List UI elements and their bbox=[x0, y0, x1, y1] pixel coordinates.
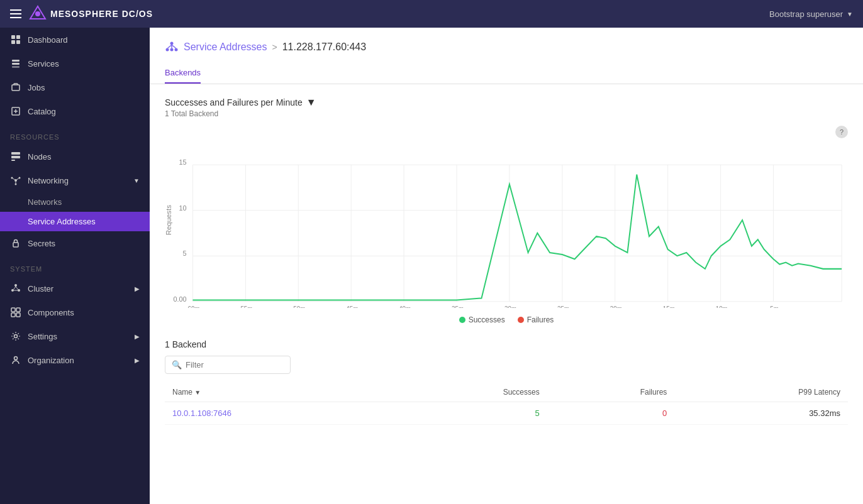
svg-point-37 bbox=[166, 48, 169, 52]
sidebar-item-jobs[interactable]: Jobs bbox=[0, 75, 150, 99]
svg-rect-15 bbox=[11, 160, 15, 161]
sidebar-item-cluster-label: Cluster bbox=[28, 284, 53, 293]
svg-line-21 bbox=[17, 178, 19, 180]
chart-svg: 0.00 5 10 15 Requests bbox=[165, 126, 848, 308]
svg-line-40 bbox=[168, 45, 172, 48]
sidebar-item-secrets[interactable]: Secrets bbox=[0, 231, 150, 255]
components-icon bbox=[10, 307, 21, 318]
organization-caret-icon: ▶ bbox=[135, 357, 140, 364]
system-section-label: System bbox=[0, 255, 150, 277]
topbar: MESOSPHERE DC/OS Bootstrap superuser ▼ bbox=[0, 0, 863, 28]
sidebar-item-secrets-label: Secrets bbox=[28, 239, 55, 248]
svg-text:-25m: -25m bbox=[555, 305, 569, 308]
service-addresses-icon bbox=[165, 39, 179, 55]
resources-section-label: Resources bbox=[0, 123, 150, 145]
sidebar: Dashboard Services Jobs Catalog Resource… bbox=[0, 28, 150, 504]
successes-dot bbox=[459, 317, 465, 323]
svg-text:-30m: -30m bbox=[503, 305, 516, 308]
chart-title: Successes and Failures per Minute bbox=[165, 97, 303, 107]
sidebar-item-dashboard[interactable]: Dashboard bbox=[0, 28, 150, 52]
col-name: Name ▼ bbox=[165, 383, 390, 402]
tab-backends[interactable]: Backends bbox=[165, 63, 201, 84]
svg-rect-23 bbox=[13, 243, 18, 247]
sidebar-item-organization[interactable]: Organization ▶ bbox=[0, 348, 150, 372]
sidebar-sub-networks[interactable]: Networks bbox=[0, 192, 150, 212]
svg-rect-5 bbox=[16, 40, 20, 44]
chart-subtitle: 1 Total Backend bbox=[165, 109, 848, 118]
organization-icon bbox=[10, 354, 21, 366]
sidebar-item-services-label: Services bbox=[28, 59, 59, 68]
svg-text:-55m: -55m bbox=[238, 305, 252, 308]
svg-line-27 bbox=[14, 287, 16, 290]
chart-legend: Successes Failures bbox=[165, 315, 848, 324]
chart-dropdown-icon[interactable]: ▼ bbox=[306, 97, 316, 108]
backend-failures: 0 bbox=[547, 402, 675, 425]
sidebar-item-components-label: Components bbox=[28, 308, 74, 317]
svg-point-35 bbox=[14, 357, 18, 360]
svg-text:-10m: -10m bbox=[713, 305, 727, 308]
sidebar-item-networking[interactable]: Networking ▼ bbox=[0, 168, 150, 192]
filter-bar[interactable]: 🔍 bbox=[165, 356, 291, 374]
sidebar-sub-service-addresses[interactable]: Service Addresses bbox=[0, 212, 150, 231]
col-successes: Successes bbox=[390, 383, 547, 402]
table-row: 10.0.1.108:7646 5 0 35.32ms bbox=[165, 402, 848, 425]
sidebar-item-cluster[interactable]: Cluster ▶ bbox=[0, 277, 150, 300]
sidebar-item-settings-label: Settings bbox=[28, 332, 57, 341]
svg-text:-5m: -5m bbox=[768, 305, 779, 308]
svg-rect-4 bbox=[11, 40, 15, 44]
catalog-icon bbox=[10, 106, 21, 117]
sidebar-item-services[interactable]: Services bbox=[0, 52, 150, 75]
sidebar-item-components[interactable]: Components bbox=[0, 300, 150, 324]
svg-point-25 bbox=[11, 289, 14, 292]
services-icon bbox=[10, 58, 21, 69]
backend-name: 10.0.1.108:7646 bbox=[165, 402, 390, 425]
chart-help-icon[interactable]: ? bbox=[835, 126, 848, 138]
successes-label: Successes bbox=[469, 315, 505, 324]
svg-point-1 bbox=[35, 11, 40, 16]
logo: MESOSPHERE DC/OS bbox=[29, 5, 153, 23]
backend-name-link[interactable]: 10.0.1.108:7646 bbox=[172, 408, 231, 418]
backend-count-title: 1 Backend bbox=[165, 339, 848, 349]
sidebar-item-nodes[interactable]: Nodes bbox=[0, 145, 150, 168]
search-icon: 🔍 bbox=[172, 360, 182, 370]
chart-section: Successes and Failures per Minute ▼ 1 To… bbox=[150, 84, 863, 339]
svg-text:0.00: 0.00 bbox=[173, 295, 186, 302]
svg-text:-40m: -40m bbox=[397, 305, 411, 308]
svg-rect-14 bbox=[11, 156, 20, 158]
cluster-icon bbox=[10, 283, 21, 294]
name-sort-icon[interactable]: ▼ bbox=[194, 389, 201, 396]
breadcrumb-separator: > bbox=[272, 42, 277, 52]
svg-point-39 bbox=[170, 48, 174, 52]
svg-rect-32 bbox=[11, 313, 15, 317]
filter-input[interactable] bbox=[186, 360, 284, 370]
svg-rect-3 bbox=[16, 35, 20, 39]
svg-rect-33 bbox=[16, 313, 20, 317]
svg-text:-35m: -35m bbox=[450, 305, 464, 308]
svg-text:-45m: -45m bbox=[344, 305, 358, 308]
backends-table: Name ▼ Successes Failures P99 Latency 10… bbox=[165, 383, 848, 425]
user-menu[interactable]: Bootstrap superuser ▼ bbox=[769, 9, 853, 19]
chart-container: ? 0.00 5 10 15 Requests bbox=[165, 126, 848, 327]
sidebar-item-jobs-label: Jobs bbox=[28, 83, 45, 92]
tabs-bar: Backends bbox=[150, 63, 863, 84]
legend-successes: Successes bbox=[459, 315, 505, 324]
sidebar-item-settings[interactable]: Settings ▶ bbox=[0, 324, 150, 348]
sidebar-item-dashboard-label: Dashboard bbox=[28, 35, 68, 45]
svg-rect-6 bbox=[12, 60, 19, 62]
svg-point-36 bbox=[170, 42, 174, 45]
settings-icon bbox=[10, 331, 21, 342]
svg-text:-60m: -60m bbox=[186, 305, 199, 308]
svg-point-19 bbox=[15, 184, 17, 185]
failures-label: Failures bbox=[527, 315, 554, 324]
svg-rect-30 bbox=[11, 308, 15, 312]
backend-successes: 5 bbox=[390, 402, 547, 425]
jobs-icon bbox=[10, 82, 21, 93]
user-menu-caret: ▼ bbox=[847, 11, 853, 18]
svg-point-26 bbox=[18, 289, 20, 292]
svg-rect-8 bbox=[12, 66, 19, 68]
breadcrumb-parent[interactable]: Service Addresses bbox=[184, 41, 267, 53]
menu-toggle[interactable] bbox=[10, 9, 21, 18]
sidebar-item-networking-label: Networking bbox=[28, 176, 69, 185]
svg-line-28 bbox=[16, 287, 18, 290]
sidebar-item-catalog[interactable]: Catalog bbox=[0, 99, 150, 123]
